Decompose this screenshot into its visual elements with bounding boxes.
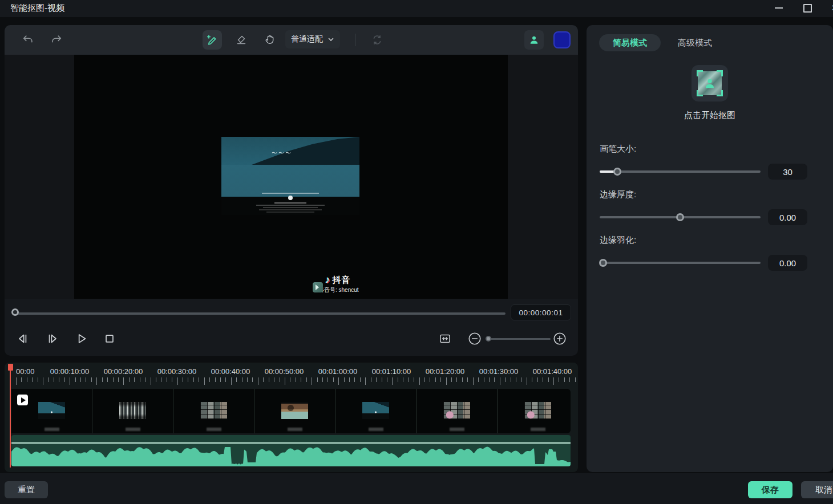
ruler-tick [548, 377, 549, 382]
maximize-button[interactable] [798, 0, 817, 16]
preview-canvas[interactable]: 〜〜〜 ♪ 抖音 抖音号: shencut [5, 55, 578, 299]
ruler-tick [161, 377, 161, 382]
playhead-handle[interactable] [8, 364, 13, 371]
edge-thickness-handle[interactable] [676, 213, 684, 221]
refresh-button[interactable] [367, 30, 387, 50]
fit-timeline-button[interactable] [437, 331, 453, 347]
close-button[interactable]: ✕ [825, 0, 833, 16]
next-frame-button[interactable] [45, 331, 60, 347]
brush-size-slider[interactable] [600, 170, 761, 173]
ruler-tick [484, 377, 484, 382]
undo-icon [22, 34, 34, 46]
ruler-tick [91, 377, 92, 382]
clip-segment[interactable] [335, 389, 416, 433]
minimize-button[interactable] [769, 0, 788, 16]
eraser-icon [235, 34, 248, 46]
clip-thumbnail-grid [200, 402, 227, 419]
edge-feather-handle[interactable] [599, 259, 607, 267]
ruler-label: 00:01:30:00 [479, 367, 519, 376]
background-color-swatch[interactable] [553, 31, 571, 48]
edge-feather-slider[interactable] [600, 262, 761, 264]
mode-tabs: 简易模式 高级模式 [599, 34, 714, 51]
person-icon [528, 34, 540, 46]
video-track[interactable] [11, 389, 571, 433]
ruler-tick [134, 377, 135, 382]
watermark-brand: 抖音 [333, 275, 351, 286]
slider-groups: 画笔大小:30边缘厚度:0.00边缘羽化:0.00 [600, 144, 821, 281]
person-matting-icon [702, 76, 717, 91]
eraser-tool-button[interactable] [232, 30, 251, 50]
start-matting-button[interactable] [692, 65, 728, 101]
clip-segment[interactable] [416, 389, 498, 433]
ruler-tick [575, 377, 576, 382]
timeline-zoom-slider[interactable] [488, 338, 551, 340]
fit-mode-select[interactable]: 普通适配 [285, 30, 340, 48]
cancel-button[interactable]: 取消 [801, 481, 833, 498]
preview-toolbar: 普通适配 [5, 25, 578, 55]
ruler-label: 00:01:40:00 [533, 367, 572, 376]
edge-thickness-value[interactable]: 0.00 [768, 209, 807, 225]
ruler-tick [258, 377, 258, 385]
play-button[interactable] [74, 331, 90, 347]
clip-segment[interactable] [498, 389, 571, 433]
settings-panel: 简易模式 高级模式 点击开始抠图 画笔大小:30边缘厚度:0.00边缘羽化:0.… [587, 25, 833, 472]
zoom-in-button[interactable] [552, 331, 568, 347]
ruler-tick [559, 377, 559, 382]
ruler-tick [467, 377, 468, 382]
hand-tool-button[interactable] [260, 30, 280, 50]
window-title: 智能抠图-视频 [10, 3, 64, 14]
ruler-tick [43, 377, 43, 385]
slider-group-edge-feather: 边缘羽化:0.00 [600, 235, 821, 271]
ruler-tick [360, 377, 361, 382]
ruler-tick [64, 377, 65, 382]
undo-button[interactable] [18, 30, 38, 50]
ruler-tick [107, 377, 108, 382]
edge-feather-label: 边缘羽化: [600, 235, 821, 246]
ruler-tick [252, 377, 253, 382]
seek-track[interactable] [16, 312, 506, 315]
ruler-tick [344, 377, 345, 382]
tab-advanced-mode[interactable]: 高级模式 [676, 34, 714, 51]
timeline-zoom-handle[interactable] [486, 336, 491, 342]
chevron-down-icon [327, 36, 334, 43]
portrait-preview-button[interactable] [524, 30, 544, 50]
stop-button[interactable] [102, 331, 118, 347]
ruler-tick [75, 377, 76, 382]
clip-segment[interactable] [92, 389, 173, 433]
ruler-tick [312, 377, 312, 385]
brush-size-value[interactable]: 30 [768, 164, 807, 180]
ruler-tick [409, 377, 409, 382]
thumbnail-watermark [450, 428, 464, 431]
previous-frame-button[interactable] [15, 331, 31, 347]
brush-size-handle[interactable] [613, 168, 621, 176]
ruler-tick [505, 377, 506, 382]
ruler-tick [440, 377, 441, 382]
transport-controls [5, 324, 578, 356]
edge-thickness-slider[interactable] [600, 216, 761, 218]
zoom-out-button[interactable] [467, 331, 483, 347]
clip-segment[interactable] [173, 389, 254, 433]
ruler-tick [446, 377, 447, 385]
clip-segment[interactable] [254, 389, 335, 433]
redo-button[interactable] [47, 30, 66, 50]
edge-feather-value[interactable]: 0.00 [768, 255, 807, 271]
seek-handle[interactable] [11, 308, 19, 316]
timeline-ruler[interactable] [11, 377, 573, 387]
ruler-tick [188, 377, 188, 382]
audio-track[interactable] [11, 435, 571, 466]
redo-icon [50, 34, 63, 46]
ruler-tick [172, 377, 172, 382]
brush-tool-button[interactable] [203, 30, 222, 50]
clip-thumbnail-ocean [38, 402, 65, 419]
timecode-display: 00:00:00:01 [511, 304, 571, 320]
tab-simple-mode[interactable]: 简易模式 [599, 34, 661, 51]
save-button[interactable]: 保存 [748, 481, 792, 498]
ruler-tick [322, 377, 323, 382]
ruler-tick [451, 377, 452, 382]
reset-button[interactable]: 重置 [5, 481, 48, 498]
slider-group-edge-thickness: 边缘厚度:0.00 [600, 189, 821, 226]
ruler-label: 00:01:00:00 [318, 367, 358, 376]
ruler-tick [403, 377, 403, 382]
ruler-tick [32, 377, 33, 382]
clip-thumbnail-grid-pink [443, 402, 470, 419]
